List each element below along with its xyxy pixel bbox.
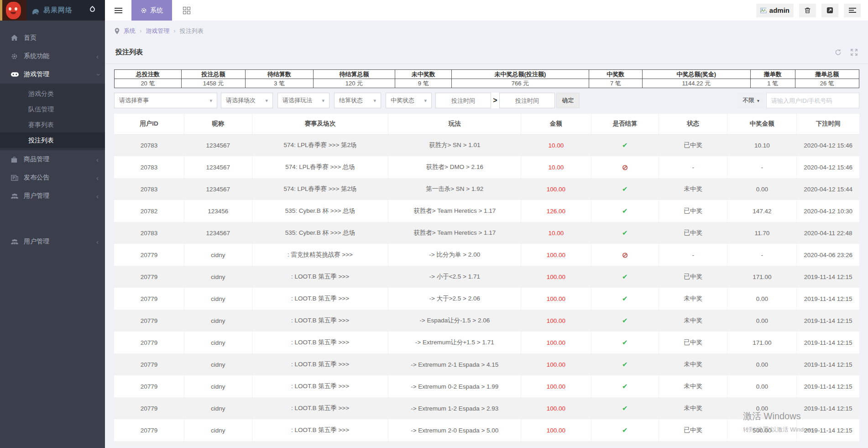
sidebar-item-system-functions[interactable]: 系统功能 ‹ [0, 47, 105, 65]
table-row: 20779cidny: LOOT.B 第五季 >>>-> Espada让分-1.… [114, 310, 859, 332]
list-menu-button[interactable] [844, 4, 861, 17]
select-play[interactable]: 请选择玩法 [277, 93, 329, 108]
cell-user-id: 20779 [114, 397, 184, 419]
select-win-status[interactable]: 中奖状态 [386, 93, 432, 108]
sidebar-subitem-bet-list[interactable]: 投注列表 [0, 132, 105, 148]
external-link-button[interactable] [821, 4, 838, 17]
confirm-button[interactable]: 确定 [556, 93, 580, 108]
sidebar-item-label: 用户管理 [24, 192, 49, 200]
cell-win-amount: 0.00 [727, 375, 797, 397]
stats-header-cell: 中奖总额(奖金) [643, 70, 751, 79]
cell-nickname: cidny [184, 419, 252, 441]
cell-status: - [659, 244, 727, 266]
user-search-input[interactable] [766, 93, 859, 108]
stats-header-cell: 中奖数 [589, 70, 643, 79]
cell-settled: ✔ [591, 353, 659, 375]
cell-settled: ⊘ [591, 156, 659, 178]
cell-settled: ✔ [591, 288, 659, 310]
panel-header: 投注列表 [105, 41, 868, 64]
tab-system[interactable]: 系统 [131, 0, 172, 21]
cell-match: : LOOT.B 第五季 >>> [252, 266, 388, 288]
cell-match: : 雷竞技精英挑战赛 >>> [252, 244, 388, 266]
bet-table-header-row: 用户ID昵称赛事及场次玩法金额是否结算状态中奖金额下注时间 [114, 114, 859, 134]
cell-play: -> 比分为单 > 2.00 [388, 244, 521, 266]
cell-amount: 126.00 [521, 200, 591, 222]
cell-settled: ⊘ [591, 244, 659, 266]
sidebar-item-publish-announcement[interactable]: 发布公告 ‹ [0, 169, 105, 187]
sidebar-item-user-management[interactable]: 用户管理 ‹ [0, 187, 105, 205]
cell-win-amount: - [727, 244, 797, 266]
cell-amount: 10.00 [521, 222, 591, 244]
stats-value-cell: 3 笔 [246, 79, 314, 88]
cell-match: : LOOT.B 第五季 >>> [252, 375, 388, 397]
cell-play: -> Extremum 2-0 Espada > 5.00 [388, 419, 521, 441]
sidebar-item-product-management[interactable]: 商品管理 ‹ [0, 150, 105, 169]
sidebar-subitem-game-category[interactable]: 游戏分类 [0, 86, 105, 101]
cell-amount: 100.00 [521, 375, 591, 397]
cell-bet-time: 2019-11-14 12:15 [797, 375, 859, 397]
stats-value-cell: 120 元 [313, 79, 395, 88]
cell-settled: ✔ [591, 200, 659, 222]
cell-settled: ✔ [591, 375, 659, 397]
cell-win-amount: 0.00 [727, 353, 797, 375]
sidebar-item-home[interactable]: 首页 [0, 29, 105, 47]
cell-nickname: cidny [184, 375, 252, 397]
cell-user-id: 20783 [114, 178, 184, 200]
scope-dropdown-button[interactable]: 不限 [737, 93, 765, 108]
chevron-left-icon: ‹ [96, 193, 99, 200]
cell-bet-time: 2019-11-14 12:15 [797, 266, 859, 288]
sidebar-header: 易果网络 [0, 0, 105, 21]
sidebar-subitem-match-list[interactable]: 赛事列表 [0, 117, 105, 132]
refresh-icon[interactable] [835, 49, 842, 56]
cell-user-id: 20779 [114, 244, 184, 266]
settled-check-icon: ✔ [622, 382, 628, 390]
cell-nickname: cidny [184, 397, 252, 419]
select-settle-status[interactable]: 结算状态 [334, 93, 381, 108]
table-row: 20779cidny: LOOT.B 第五季 >>>-> Extremum 0-… [114, 375, 859, 397]
stats-header-cell: 待结算数 [246, 70, 314, 79]
cell-bet-time: 2020-04-12 15:46 [797, 134, 859, 156]
sidebar-item-game-management[interactable]: 游戏管理 ‹ [0, 65, 105, 84]
settled-check-icon: ✔ [622, 426, 628, 434]
table-row: 20779cidny: LOOT.B 第五季 >>>-> Extremum 2-… [114, 353, 859, 375]
cell-bet-time: 2020-04-06 23:26 [797, 244, 859, 266]
cell-nickname: 1234567 [184, 222, 252, 244]
cell-win-amount: 11.70 [727, 222, 797, 244]
cell-play: -> Extremum 0-2 Espada > 1.99 [388, 375, 521, 397]
sidebar-item-user-management-2[interactable]: 用户管理 ‹ [0, 232, 105, 251]
broken-image-icon [760, 7, 768, 14]
cell-amount: 100.00 [521, 244, 591, 266]
filter-right-group: 不限 [737, 93, 859, 108]
cell-settled: ✔ [591, 222, 659, 244]
hamburger-menu-icon[interactable] [105, 0, 131, 21]
fullscreen-icon[interactable] [851, 49, 858, 56]
settled-check-icon: ✔ [622, 360, 628, 368]
bet-time-to-input[interactable] [499, 93, 555, 108]
breadcrumb-link-game-management[interactable]: 游戏管理 [146, 27, 169, 35]
cell-nickname: 123456 [184, 200, 252, 222]
sidebar-subitem-team-management[interactable]: 队伍管理 [0, 101, 105, 117]
cell-amount: 100.00 [521, 310, 591, 332]
apps-grid-icon[interactable] [183, 7, 190, 14]
cell-bet-time: 2019-11-14 12:15 [797, 419, 859, 441]
select-match[interactable]: 请选择赛事 [114, 93, 217, 108]
select-round[interactable]: 请选择场次 [221, 93, 273, 108]
date-range-arrow[interactable]: > [491, 93, 499, 108]
cell-bet-time: 2019-11-14 12:15 [797, 288, 859, 310]
stats-value-cell: 1144.22 元 [643, 79, 751, 88]
sidebar-item-label: 发布公告 [24, 174, 49, 182]
trash-button[interactable] [799, 4, 816, 17]
settled-check-icon: ✔ [622, 404, 628, 412]
cell-win-amount: 0.00 [727, 397, 797, 419]
cell-nickname: cidny [184, 244, 252, 266]
stats-value-cell: 1458 元 [181, 79, 245, 88]
breadcrumb-link-system[interactable]: 系统 [124, 27, 136, 35]
stats-value-cell: 26 笔 [795, 79, 859, 88]
brand: 易果网络 [31, 6, 73, 15]
settled-check-icon: ✔ [622, 295, 628, 302]
bet-time-from-input[interactable] [435, 93, 491, 108]
admin-user-button[interactable]: admin [756, 4, 794, 17]
logo-image [0, 0, 26, 21]
bet-table: 用户ID昵称赛事及场次玩法金额是否结算状态中奖金额下注时间 2078312345… [114, 114, 859, 441]
shopping-bag-icon [11, 156, 24, 163]
